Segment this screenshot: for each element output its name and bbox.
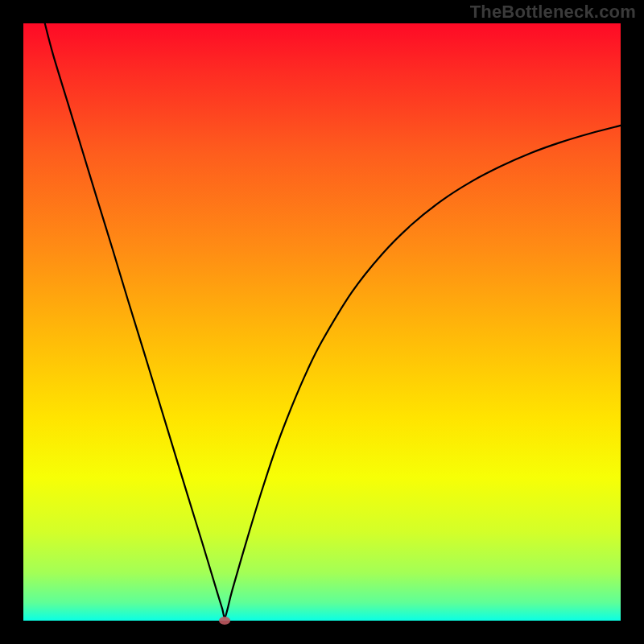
plot-area bbox=[23, 23, 621, 621]
chart-frame: TheBottleneck.com bbox=[0, 0, 644, 644]
watermark-text: TheBottleneck.com bbox=[470, 2, 636, 23]
optimum-marker bbox=[219, 617, 230, 625]
curve-svg bbox=[23, 23, 621, 621]
bottleneck-curve bbox=[45, 23, 621, 617]
